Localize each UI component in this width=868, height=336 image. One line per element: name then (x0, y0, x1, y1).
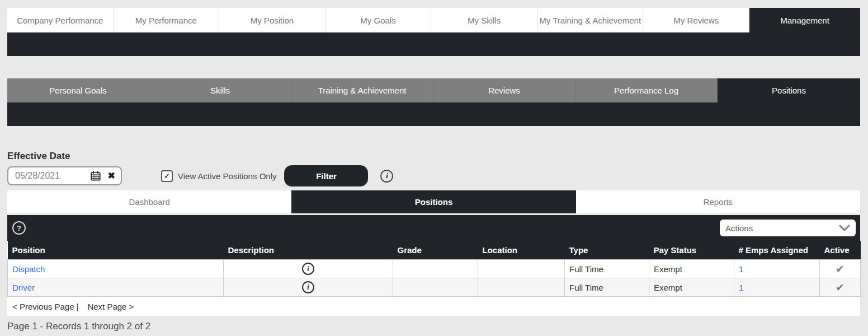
chevron-down-icon (839, 225, 850, 231)
primary-nav: Company Performance My Performance My Po… (7, 8, 860, 56)
filter-row: ✖ ✓ View Active Positions Only Filter i (7, 165, 860, 186)
col-active: Active (820, 241, 861, 260)
filter-section: Effective Date (7, 151, 860, 186)
pagination-separator: | (77, 302, 79, 311)
tab-positions[interactable]: Positions (718, 78, 860, 102)
pay-status-cell: Exempt (649, 278, 734, 297)
type-cell: Full Time (565, 260, 649, 278)
actions-dropdown[interactable]: Actions (720, 220, 856, 236)
actions-dropdown-label: Actions (725, 223, 839, 233)
tab-personal-goals[interactable]: Personal Goals (7, 78, 149, 102)
tab-my-performance[interactable]: My Performance (114, 8, 220, 32)
tab-training-achievement[interactable]: Training & Achievement (291, 78, 433, 102)
tab-reviews[interactable]: Reviews (433, 78, 575, 102)
tab-my-reviews[interactable]: My Reviews (643, 8, 749, 32)
position-link-driver[interactable]: Driver (12, 283, 35, 292)
effective-date-input[interactable] (14, 170, 90, 181)
location-cell (478, 260, 565, 278)
type-cell: Full Time (565, 278, 649, 297)
filter-button[interactable]: Filter (284, 165, 368, 186)
active-check-icon: ✔ (836, 263, 845, 275)
tab-performance-log[interactable]: Performance Log (575, 78, 718, 102)
content-tabs: Dashboard Positions Reports (7, 190, 860, 213)
col-location: Location (478, 241, 565, 260)
table-row: Dispatch i Full Time Exempt 1 ✔ (8, 260, 861, 278)
tab-positions-content[interactable]: Positions (291, 190, 575, 213)
grade-cell (393, 260, 478, 278)
description-info-icon[interactable]: i (302, 263, 314, 275)
location-cell (478, 278, 565, 297)
col-emps-assigned: # Emps Assigned (734, 241, 820, 260)
secondary-nav-band (7, 102, 860, 126)
primary-nav-band (7, 32, 860, 56)
table-header-row: Position Description Grade Location Type… (8, 241, 861, 260)
secondary-nav: Personal Goals Skills Training & Achieve… (7, 78, 860, 126)
tab-my-skills[interactable]: My Skills (431, 8, 537, 32)
tab-my-position[interactable]: My Position (219, 8, 326, 32)
active-positions-checkbox-group: ✓ View Active Positions Only (161, 170, 276, 182)
tab-reports[interactable]: Reports (576, 190, 860, 213)
next-page-link[interactable]: Next Page > (87, 302, 134, 311)
positions-grid: ? Actions Position Description Grade (7, 215, 860, 316)
tab-my-goals[interactable]: My Goals (326, 8, 432, 32)
help-icon[interactable]: ? (12, 221, 26, 235)
table-row: Driver i Full Time Exempt 1 ✔ (8, 278, 861, 297)
records-status-text: Page 1 - Records 1 through 2 of 2 (7, 316, 860, 332)
secondary-nav-tabs: Personal Goals Skills Training & Achieve… (7, 78, 860, 102)
col-description: Description (224, 241, 393, 260)
page: Company Performance My Performance My Po… (7, 0, 860, 332)
emps-assigned-link[interactable]: 1 (739, 264, 743, 274)
position-link-dispatch[interactable]: Dispatch (12, 264, 45, 274)
tab-management[interactable]: Management (749, 8, 860, 32)
grid-toolbar: ? Actions (7, 215, 860, 241)
effective-date-field[interactable]: ✖ (7, 166, 122, 185)
view-active-positions-label: View Active Positions Only (178, 171, 276, 181)
previous-page-link[interactable]: < Previous Page (12, 302, 74, 311)
tab-my-training-achievement[interactable]: My Training & Achievement (537, 8, 644, 32)
pay-status-cell: Exempt (649, 260, 734, 278)
col-pay-status: Pay Status (649, 241, 734, 260)
col-position: Position (8, 241, 224, 260)
col-grade: Grade (393, 241, 478, 260)
primary-nav-tabs: Company Performance My Performance My Po… (7, 8, 860, 32)
tab-dashboard[interactable]: Dashboard (7, 190, 291, 213)
view-active-positions-checkbox[interactable]: ✓ (161, 170, 173, 182)
effective-date-label: Effective Date (7, 151, 860, 162)
emps-assigned-link[interactable]: 1 (739, 283, 743, 292)
pagination-bar: < Previous Page | Next Page > (7, 297, 860, 316)
tab-company-performance[interactable]: Company Performance (7, 8, 114, 32)
active-check-icon: ✔ (836, 282, 845, 293)
tab-skills[interactable]: Skills (149, 78, 291, 102)
col-type: Type (565, 241, 649, 260)
filter-info-icon[interactable]: i (380, 170, 393, 183)
clear-date-icon[interactable]: ✖ (108, 171, 115, 180)
grade-cell (393, 278, 478, 297)
calendar-icon[interactable] (90, 170, 101, 181)
description-info-icon[interactable]: i (302, 281, 314, 293)
positions-table: Position Description Grade Location Type… (7, 241, 861, 297)
